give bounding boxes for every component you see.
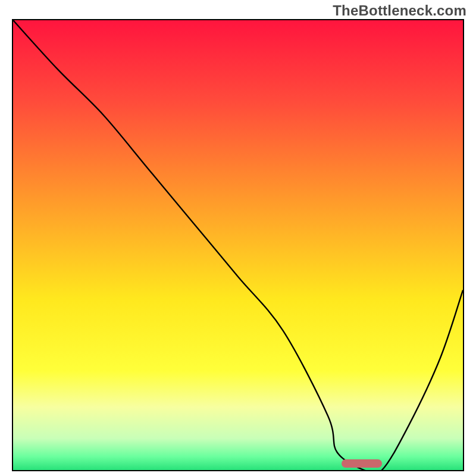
optimal-range-bar <box>342 459 382 468</box>
watermark-text: TheBottleneck.com <box>333 2 466 19</box>
chart-line <box>13 20 463 470</box>
chart-plot-area <box>12 19 464 471</box>
